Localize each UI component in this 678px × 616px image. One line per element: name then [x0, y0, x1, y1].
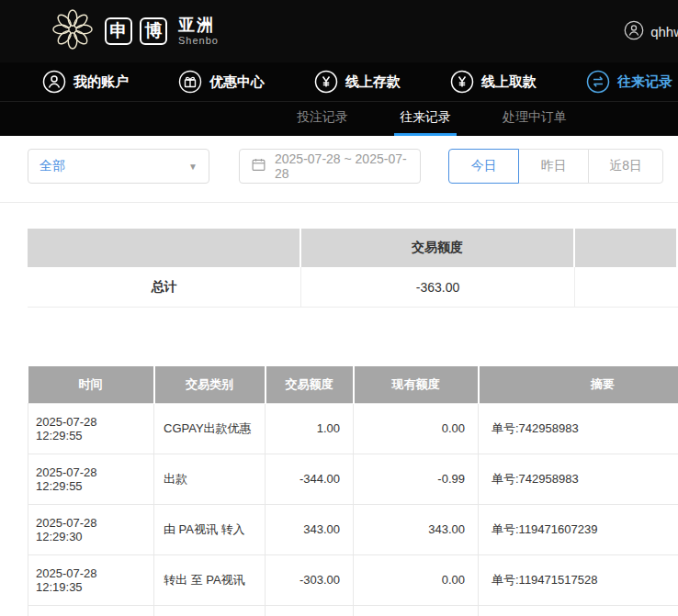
summary-total-label: 总计 — [28, 267, 301, 308]
records-header-row: 时间交易类别交易额度现有额度摘要 — [28, 366, 678, 403]
brand-char-bo: 博 — [140, 17, 167, 45]
brand-char-shen: 申 — [105, 17, 132, 45]
table-cell: 2025-07-28 12:29:55 — [28, 454, 154, 504]
deposit-coin-icon — [314, 70, 338, 94]
transfer-records-icon — [586, 70, 610, 94]
table-cell: 出款 — [154, 454, 266, 504]
table-cell: 3.00 — [266, 605, 354, 616]
nav-item-online-withdrawal[interactable]: 线上取款 — [450, 70, 537, 94]
main-navigation: 我的账户 优惠中心 线上存款 线上 — [0, 62, 678, 101]
records-subnav: 投注记录 往来记录 处理中订单 — [0, 101, 678, 136]
nav-label: 优惠中心 — [209, 73, 265, 91]
table-cell: 由 PA视讯 转入 — [154, 504, 266, 554]
lotus-flower-icon — [51, 8, 94, 54]
records-body: 2025-07-28 12:29:55CGPAY出款优惠1.000.00单号:7… — [28, 403, 678, 616]
brand-english-label: Shenbo — [178, 35, 219, 46]
today-button[interactable]: 今日 — [448, 149, 519, 184]
table-row: 2025-07-28 12:19:35转出 至 PA视讯-303.000.00单… — [28, 554, 678, 605]
user-avatar-icon — [624, 20, 644, 43]
table-cell: 转出 至 PA视讯 — [154, 554, 266, 605]
chevron-down-icon: ▼ — [188, 162, 198, 172]
table-cell: 1.00 — [266, 403, 354, 454]
transaction-type-select[interactable]: 全部 ▼ — [28, 149, 209, 184]
brand-text: 亚洲 Shenbo — [178, 17, 219, 46]
table-cell: 单号:742958983 — [479, 403, 678, 454]
username-label: qhhw — [650, 24, 678, 39]
summary-header-empty — [575, 229, 678, 267]
column-header: 交易类别 — [154, 366, 266, 403]
nav-item-transaction-records[interactable]: 往来记录 — [586, 70, 672, 94]
table-cell: 2025-07-28 12:29:30 — [28, 504, 154, 554]
user-account-menu[interactable]: qhhw — [624, 20, 678, 43]
table-cell: -303.00 — [266, 554, 354, 605]
calendar-icon — [251, 157, 266, 175]
nav-label: 线上存款 — [345, 73, 401, 91]
column-header: 时间 — [28, 366, 154, 403]
quick-date-buttons: 今日 昨日 近8日 — [448, 149, 663, 184]
table-cell: 单号:202507294026950349 — [479, 605, 678, 616]
tab-betting-records[interactable]: 投注记录 — [291, 102, 354, 136]
section-divider — [0, 202, 678, 203]
table-cell: CGPAY出款优惠 — [154, 403, 266, 454]
withdraw-coin-icon — [450, 70, 474, 94]
table-row: 2025-07-28 12:29:55出款-344.00-0.99单号:7429… — [28, 454, 678, 504]
tab-transaction-records[interactable]: 往来记录 — [394, 102, 457, 136]
summary-header-amount: 交易额度 — [301, 229, 575, 267]
summary-total-value: -363.00 — [301, 267, 575, 308]
table-cell: 0.00 — [354, 554, 479, 605]
table-row: 2025-07-28 12:29:30由 PA视讯 转入343.00343.00… — [28, 504, 678, 554]
summary-empty-cell — [575, 267, 678, 308]
summary-table: 交易额度 总计 -363.00 — [28, 229, 678, 308]
table-row: 2025-07-28 12:19:29CGPAY-CG钱包支付笔笔送优惠3.00… — [28, 605, 678, 616]
table-cell: 单号:119471517528 — [479, 554, 678, 605]
table-row: 2025-07-28 12:29:55CGPAY出款优惠1.000.00单号:7… — [28, 403, 678, 454]
table-cell: 单号:119471607239 — [479, 504, 678, 554]
nav-label: 往来记录 — [617, 73, 672, 91]
table-cell: 2025-07-28 12:19:29 — [28, 605, 154, 616]
nav-item-my-account[interactable]: 我的账户 — [42, 70, 129, 94]
nav-label: 我的账户 — [73, 73, 129, 91]
table-cell: 303.00 — [354, 605, 479, 616]
table-cell: CGPAY-CG钱包支付笔笔送优惠 — [154, 605, 266, 616]
table-cell: 343.00 — [354, 504, 479, 554]
user-icon — [42, 70, 66, 94]
table-cell: 2025-07-28 12:19:35 — [28, 554, 154, 605]
tabs-group: 投注记录 往来记录 处理中订单 — [271, 102, 593, 136]
date-range-picker[interactable]: 2025-07-28 ~ 2025-07-28 — [239, 149, 421, 184]
nav-label: 线上取款 — [481, 73, 537, 91]
gift-icon — [178, 70, 202, 94]
nav-item-online-deposit[interactable]: 线上存款 — [314, 70, 401, 94]
table-cell: 0.00 — [354, 403, 479, 454]
tab-processing-orders[interactable]: 处理中订单 — [497, 102, 572, 136]
records-table: 时间交易类别交易额度现有额度摘要 2025-07-28 12:29:55CGPA… — [28, 366, 678, 616]
table-cell: 2025-07-28 12:29:55 — [28, 403, 154, 454]
table-cell: -0.99 — [354, 454, 479, 504]
table-cell: -344.00 — [266, 454, 354, 504]
yesterday-button[interactable]: 昨日 — [518, 149, 589, 184]
selected-type-label: 全部 — [40, 158, 65, 174]
filter-row: 全部 ▼ 2025-07-28 ~ 2025-07-28 今日 昨日 近8日 — [28, 149, 663, 184]
date-range-value: 2025-07-28 ~ 2025-07-28 — [275, 151, 409, 181]
last-8-days-button[interactable]: 近8日 — [588, 149, 663, 184]
table-cell: 343.00 — [266, 504, 354, 554]
brand-region-label: 亚洲 — [178, 17, 219, 35]
column-header: 现有额度 — [354, 366, 479, 403]
brand-logo: 申 博 亚洲 Shenbo — [51, 8, 219, 54]
records-table-wrap: 时间交易类别交易额度现有额度摘要 2025-07-28 12:29:55CGPA… — [28, 366, 678, 616]
table-cell: 单号:742958983 — [479, 454, 678, 504]
nav-item-promotions[interactable]: 优惠中心 — [178, 70, 265, 94]
column-header: 摘要 — [479, 366, 678, 403]
summary-header-empty — [28, 229, 301, 267]
top-header-bar: 申 博 亚洲 Shenbo qhhw — [0, 0, 678, 62]
column-header: 交易额度 — [266, 366, 354, 403]
